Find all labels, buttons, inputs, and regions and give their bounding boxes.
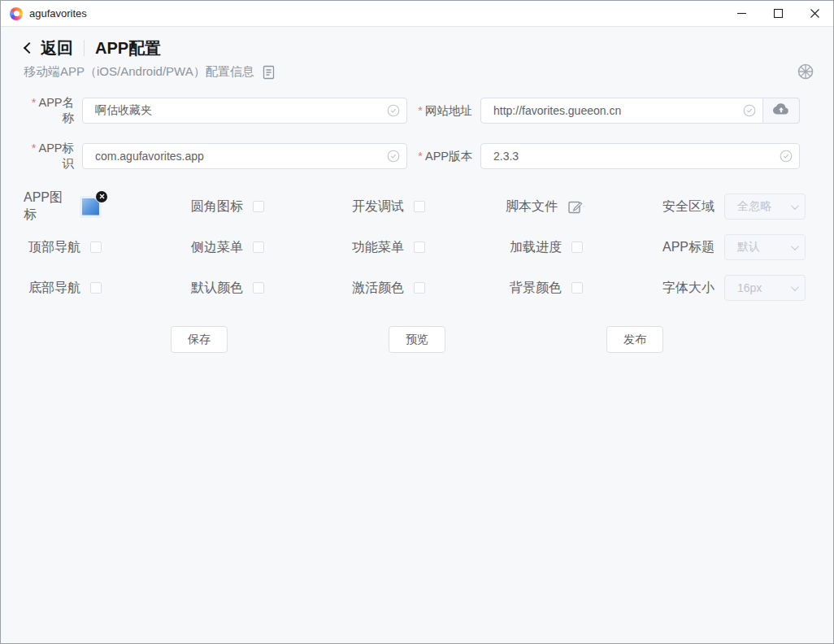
option-label: 圆角图标 bbox=[191, 198, 243, 215]
minimize-icon bbox=[736, 8, 747, 19]
option-loading-progress: 加载进度 bbox=[425, 227, 583, 268]
config-form: *APP名称 *网站地址 bbox=[1, 95, 833, 353]
option-label: 默认颜色 bbox=[191, 280, 243, 297]
options-grid: APP图标 圆角图标 开发调试 脚本 bbox=[1, 186, 833, 308]
option-label: 功能菜单 bbox=[352, 239, 404, 256]
option-label: 脚本文件 bbox=[506, 198, 558, 215]
chevron-down-icon bbox=[791, 202, 799, 210]
option-label: 字体大小 bbox=[662, 280, 715, 297]
save-button[interactable]: 保存 bbox=[171, 326, 228, 353]
chevron-down-icon bbox=[791, 283, 799, 291]
app-logo-icon bbox=[10, 7, 23, 20]
option-label: 开发调试 bbox=[352, 198, 404, 215]
option-label: 激活颜色 bbox=[352, 280, 404, 297]
spinner-wheel-icon[interactable] bbox=[797, 63, 814, 84]
option-safe-area: 安全区域 全忽略 bbox=[583, 186, 806, 227]
font-size-value: 16px bbox=[737, 281, 791, 294]
app-title-value: 默认 bbox=[737, 240, 791, 255]
app-icon-thumbnail[interactable] bbox=[80, 196, 102, 218]
edit-script-icon[interactable] bbox=[567, 199, 583, 215]
app-id-input[interactable] bbox=[82, 143, 407, 169]
app-id-label: *APP标识 bbox=[24, 141, 74, 172]
option-app-icon: APP图标 bbox=[24, 186, 102, 227]
font-size-select[interactable]: 16px bbox=[724, 275, 806, 301]
safe-area-value: 全忽略 bbox=[737, 199, 791, 214]
app-title-select[interactable]: 默认 bbox=[724, 234, 806, 260]
minimize-button[interactable] bbox=[723, 1, 760, 26]
site-url-input[interactable] bbox=[480, 98, 763, 124]
titlebar: agufavorites bbox=[1, 1, 833, 27]
option-default-color: 默认颜色 bbox=[102, 268, 264, 308]
field-row: *APP标识 *APP版本 bbox=[1, 141, 833, 172]
option-side-menu: 侧边菜单 bbox=[102, 227, 264, 268]
close-icon bbox=[810, 8, 820, 19]
app-name-label: *APP名称 bbox=[24, 95, 74, 126]
option-rounded-icon: 圆角图标 bbox=[102, 186, 264, 227]
upload-url-button[interactable] bbox=[763, 98, 800, 124]
maximize-icon bbox=[773, 8, 784, 19]
option-label: 底部导航 bbox=[28, 280, 80, 297]
app-window: agufavorites 返回 APP配置 移动端APP（iOS/Android… bbox=[0, 0, 834, 644]
option-app-title: APP标题 默认 bbox=[583, 227, 806, 268]
title-divider bbox=[84, 40, 85, 56]
page-subtitle: 移动端APP（iOS/Android/PWA）配置信息 bbox=[24, 64, 254, 80]
option-label: 安全区域 bbox=[662, 198, 715, 215]
app-name-input[interactable] bbox=[82, 98, 407, 124]
background-color-checkbox[interactable] bbox=[571, 282, 583, 294]
option-dev-debug: 开发调试 bbox=[264, 186, 425, 227]
document-icon[interactable] bbox=[262, 65, 276, 80]
cloud-upload-icon bbox=[773, 102, 789, 119]
rounded-icon-checkbox[interactable] bbox=[253, 201, 264, 212]
site-url-label: *网站地址 bbox=[407, 103, 472, 119]
option-label: 顶部导航 bbox=[28, 239, 80, 256]
top-nav-checkbox[interactable] bbox=[90, 242, 102, 253]
option-function-menu: 功能菜单 bbox=[264, 227, 425, 268]
app-version-label: *APP版本 bbox=[407, 149, 472, 164]
function-menu-checkbox[interactable] bbox=[414, 242, 425, 253]
window-title: agufavorites bbox=[29, 7, 87, 20]
back-chevron-icon bbox=[24, 42, 35, 54]
safe-area-select[interactable]: 全忽略 bbox=[724, 194, 806, 220]
remove-icon-badge[interactable] bbox=[96, 191, 107, 202]
maximize-button[interactable] bbox=[760, 1, 797, 26]
option-label: 背景颜色 bbox=[510, 280, 562, 297]
default-color-checkbox[interactable] bbox=[253, 282, 264, 294]
side-menu-checkbox[interactable] bbox=[253, 242, 264, 253]
option-label: 侧边菜单 bbox=[191, 239, 243, 256]
preview-button[interactable]: 预览 bbox=[389, 326, 445, 353]
option-bottom-nav: 底部导航 bbox=[24, 268, 102, 308]
option-font-size: 字体大小 16px bbox=[583, 268, 806, 308]
publish-button[interactable]: 发布 bbox=[606, 326, 663, 353]
option-script-file: 脚本文件 bbox=[425, 186, 583, 227]
option-label: 加载进度 bbox=[510, 239, 562, 256]
option-background-color: 背景颜色 bbox=[425, 268, 583, 308]
field-row: *APP名称 *网站地址 bbox=[1, 95, 833, 126]
page-title: APP配置 bbox=[95, 37, 161, 59]
option-top-nav: 顶部导航 bbox=[24, 227, 102, 268]
bottom-nav-checkbox[interactable] bbox=[90, 282, 102, 294]
page-header: 返回 APP配置 移动端APP（iOS/Android/PWA）配置信息 bbox=[1, 27, 833, 80]
active-color-checkbox[interactable] bbox=[414, 282, 425, 294]
loading-progress-checkbox[interactable] bbox=[571, 242, 583, 253]
action-buttons: 保存 预览 发布 bbox=[1, 326, 833, 353]
app-version-input[interactable] bbox=[480, 143, 800, 169]
option-label: APP标题 bbox=[662, 239, 715, 256]
option-label: APP图标 bbox=[24, 189, 70, 224]
close-button[interactable] bbox=[797, 1, 833, 26]
dev-debug-checkbox[interactable] bbox=[414, 201, 425, 212]
option-active-color: 激活颜色 bbox=[264, 268, 425, 308]
chevron-down-icon bbox=[791, 242, 799, 250]
back-button[interactable]: 返回 bbox=[41, 37, 73, 59]
page-content: 返回 APP配置 移动端APP（iOS/Android/PWA）配置信息 bbox=[1, 27, 833, 643]
